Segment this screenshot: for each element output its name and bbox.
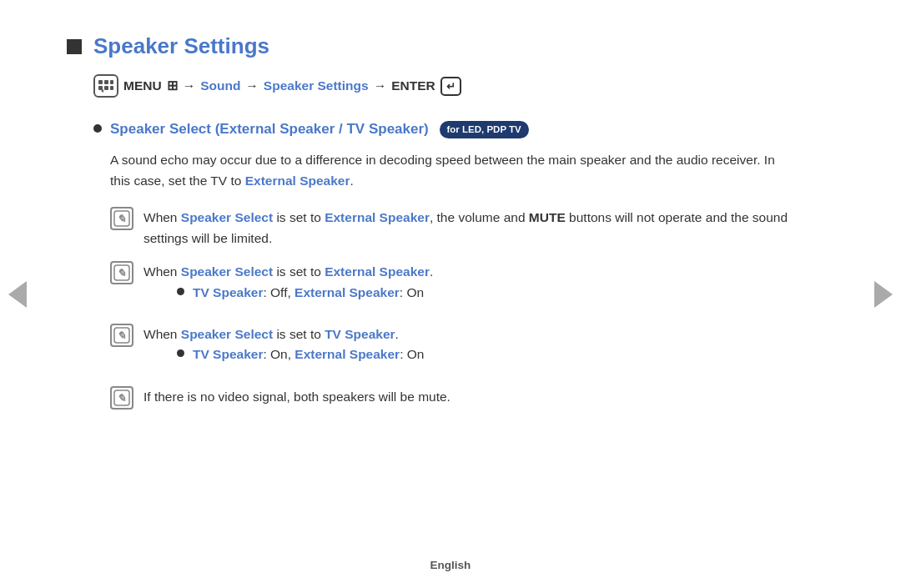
menu-label: MENU	[123, 78, 162, 93]
sub-bullet-dot-2	[177, 349, 184, 357]
note-text-1: When Speaker Select is set to External S…	[143, 207, 803, 249]
menu-icon	[93, 74, 118, 98]
note-icon-3: ✎	[110, 324, 133, 347]
menu-path: MENU ⊞ → Sound → Speaker Settings → ENTE…	[93, 74, 826, 98]
sub-bullet-2: TV Speaker: On, External Speaker: On	[177, 344, 424, 364]
external-speaker-link1: External Speaker	[245, 173, 350, 188]
bullet-section: Speaker Select (External Speaker / TV Sp…	[93, 119, 826, 410]
tv-speaker-on: TV Speaker	[193, 347, 263, 361]
ext-speaker-on: External Speaker	[294, 285, 400, 299]
nav-next-button[interactable]	[874, 281, 893, 308]
notes-section: ✎ When Speaker Select is set to External…	[110, 207, 826, 410]
speaker-select-3: Speaker Select	[181, 327, 273, 341]
speaker-select-2: Speaker Select	[181, 264, 273, 279]
section-title: Speaker Settings	[67, 33, 826, 59]
svg-rect-4	[104, 86, 108, 90]
sub-bullet-1: TV Speaker: Off, External Speaker: On	[177, 283, 433, 302]
note-icon-2: ✎	[110, 261, 133, 284]
enter-icon: ↵	[440, 77, 461, 96]
note-item-2: ✎ When Speaker Select is set to External…	[110, 261, 826, 312]
menu-icon-bars: ⊞	[167, 78, 178, 93]
sub-bullet-dot-1	[177, 288, 184, 295]
page-title: Speaker Settings	[93, 33, 269, 59]
main-bullet: Speaker Select (External Speaker / TV Sp…	[93, 119, 826, 139]
main-bullet-label: Speaker Select (External Speaker / TV Sp…	[110, 121, 429, 137]
main-bullet-text: Speaker Select (External Speaker / TV Sp…	[110, 119, 529, 139]
sub-bullet-text-2: TV Speaker: On, External Speaker: On	[193, 344, 424, 364]
nav-prev-button[interactable]	[8, 281, 27, 308]
bullet-dot-icon	[93, 124, 102, 133]
arrow3: →	[374, 78, 387, 93]
svg-text:✎: ✎	[117, 213, 126, 225]
footer-language: English	[430, 559, 471, 571]
svg-text:✎: ✎	[117, 392, 126, 405]
page-content: Speaker Settings MENU ⊞ → Sound → Speake…	[0, 0, 901, 455]
note-text-2: When Speaker Select is set to External S…	[143, 264, 433, 279]
note-text-4: If there is no video signal, both speake…	[143, 386, 450, 408]
note-text-3-wrapper: When Speaker Select is set to TV Speaker…	[143, 324, 424, 374]
svg-rect-2	[110, 80, 113, 84]
title-square-icon	[67, 39, 82, 54]
description-text: A sound echo may occur due to a differen…	[110, 149, 794, 192]
svg-rect-3	[98, 86, 103, 90]
sound-link: Sound	[200, 78, 240, 93]
external-speaker-3: External Speaker	[325, 264, 430, 279]
tv-speaker-off: TV Speaker	[193, 285, 263, 299]
arrow1: →	[183, 78, 196, 93]
sub-bullet-text-1: TV Speaker: Off, External Speaker: On	[193, 283, 424, 302]
speaker-settings-link: Speaker Settings	[264, 78, 369, 93]
tv-speaker-link: TV Speaker	[325, 327, 395, 341]
speaker-select-1: Speaker Select	[181, 210, 273, 224]
svg-rect-0	[98, 80, 103, 84]
svg-rect-5	[110, 86, 113, 90]
arrow2: →	[245, 78, 259, 93]
note-text-2-wrapper: When Speaker Select is set to External S…	[143, 261, 433, 312]
ext-speaker-on-2: External Speaker	[294, 347, 400, 361]
note-icon-1: ✎	[110, 207, 133, 230]
note-item-3: ✎ When Speaker Select is set to TV Speak…	[110, 324, 826, 374]
svg-text:✎: ✎	[117, 267, 126, 279]
enter-label: ENTER	[391, 78, 435, 93]
note-icon-4: ✎	[110, 386, 133, 410]
note-item-4: ✎ If there is no video signal, both spea…	[110, 386, 826, 410]
note-text-3: When Speaker Select is set to TV Speaker…	[143, 327, 399, 341]
external-speaker-2: External Speaker	[325, 210, 430, 224]
svg-rect-1	[104, 80, 108, 84]
badge: for LED, PDP TV	[440, 121, 529, 138]
mute-label: MUTE	[529, 210, 566, 224]
svg-text:✎: ✎	[117, 329, 126, 342]
note-item-1: ✎ When Speaker Select is set to External…	[110, 207, 826, 249]
